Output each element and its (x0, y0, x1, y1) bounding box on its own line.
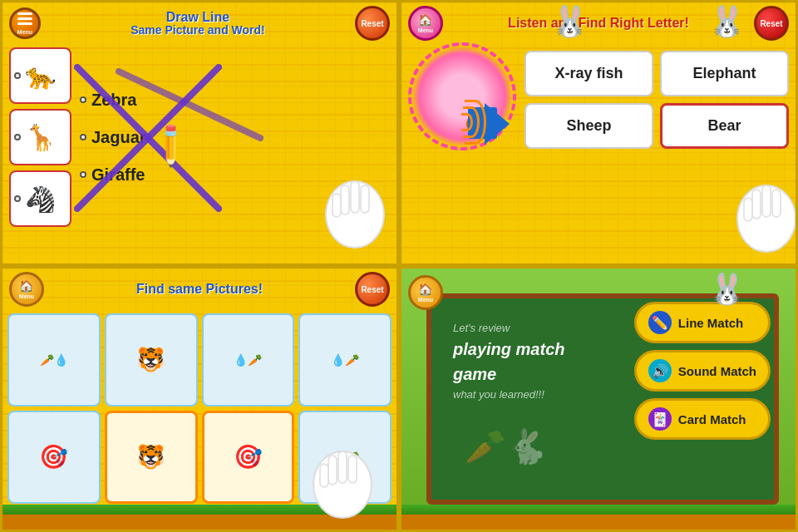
word-label-bear: Bear (707, 117, 741, 135)
dot-zebra (14, 195, 21, 202)
pic-cell-1-1[interactable]: 🐯 (105, 411, 198, 504)
fence-area-q3 (2, 505, 397, 530)
word-item-zebra[interactable]: Zebra (80, 91, 390, 110)
picture-grid: 🥕💧 🐯 💧🥕 💧🥕 🎯 (7, 313, 392, 504)
word-label-jaguar: Jaguar (91, 128, 146, 147)
word-box-elephant[interactable]: Elephant (660, 51, 789, 96)
water-carrot-icon-1: 💧🥕 (234, 353, 262, 367)
svg-rect-9 (752, 190, 761, 219)
word-grid-q2: X-ray fish Elephant Sheep Bear (525, 51, 789, 149)
review-text-2: playing match game (453, 337, 611, 387)
menu-button-q1[interactable]: Menu (9, 7, 41, 39)
word-box-sheep[interactable]: Sheep (525, 103, 653, 149)
water-carrot-icon-3: 💧🥕 (331, 451, 359, 464)
bunny-deco-q4: 🐰 (708, 272, 746, 307)
quadrant-review: 🏠 Menu 🐰 Let's review playing match game… (399, 266, 798, 532)
sound-match-label: Sound Match (678, 364, 756, 378)
chalk-buttons-container: ✏️ Line Match 🔊 Sound Match 🃏 Card Match (634, 302, 771, 440)
pic-cell-0-1[interactable]: 🐯 (105, 313, 198, 406)
pic-cell-1-3[interactable]: 💧🥕 (298, 411, 392, 504)
bunny-deco-right: 🐰 (708, 4, 746, 39)
word-dot-jaguar (80, 134, 86, 140)
menu-icon-line (17, 17, 32, 20)
menu-button-q2[interactable]: 🏠 Menu (408, 6, 443, 41)
q3-title: Find same Pictures! (49, 282, 350, 297)
word-item-jaguar[interactable]: Jaguar (80, 128, 390, 147)
quadrant-find-pictures: 🏠 Menu Find same Pictures! Reset 🥕💧 (0, 266, 399, 532)
pic-cell-1-2[interactable]: 🎯 (202, 411, 295, 504)
tiger-icon-2: 🐯 (136, 443, 165, 470)
svg-rect-11 (772, 190, 781, 217)
word-label-zebra: Zebra (91, 91, 136, 110)
target-icon-1: 🎯 (39, 443, 68, 470)
speaker-visual (468, 95, 483, 153)
word-box-bear[interactable]: Bear (660, 103, 789, 149)
word-dot-zebra (80, 96, 86, 103)
svg-point-8 (737, 185, 796, 252)
speaker-section[interactable] (408, 51, 516, 142)
fence-inner-q4 (401, 505, 796, 530)
dot-leopard (14, 72, 21, 79)
word-dot-giraffe (80, 171, 86, 178)
speaker-cone (485, 103, 510, 145)
animal-card-giraffe[interactable]: 🦒 (9, 109, 71, 165)
quadrant-listen-find: 🏠 Menu Listen and Find Right Letter! Res… (399, 0, 798, 266)
reset-button-q1[interactable]: Reset (355, 6, 390, 41)
card-icon-btn: 🃏 (648, 407, 672, 431)
reset-button-q2[interactable]: Reset (754, 6, 789, 41)
line-match-label: Line Match (678, 316, 743, 330)
q4-inner: 🏠 Menu 🐰 Let's review playing match game… (401, 268, 796, 530)
pic-cell-1-0[interactable]: 🎯 (7, 411, 101, 504)
word-label-giraffe: Giraffe (91, 165, 145, 185)
pic-cell-0-0[interactable]: 🥕💧 (7, 313, 101, 406)
speaker-play-button[interactable] (466, 115, 485, 133)
reset-label-q2: Reset (760, 19, 782, 28)
sound-match-button[interactable]: 🔊 Sound Match (634, 350, 771, 392)
pencil-icon-btn: ✏️ (648, 311, 672, 334)
tiger-icon-1: 🐯 (136, 346, 165, 373)
reset-button-q3[interactable]: Reset (355, 272, 390, 307)
pic-cell-0-3[interactable]: 💧🥕 (298, 313, 392, 406)
reset-label-q1: Reset (361, 19, 383, 28)
review-text-1: Let's review (453, 320, 611, 337)
sound-icon-btn: 🔊 (648, 359, 672, 382)
svg-rect-10 (762, 185, 771, 217)
picture-grid-container: 🥕💧 🐯 💧🥕 💧🥕 🎯 (2, 310, 397, 507)
menu-button-q4[interactable]: 🏠 Menu (408, 275, 443, 310)
pic-cell-0-2[interactable]: 💧🥕 (202, 313, 295, 406)
zebra-emoji: 🦓 (25, 185, 56, 214)
menu-label-q1: Menu (17, 29, 32, 35)
menu-label-q2: Menu (418, 27, 433, 33)
q1-title-line2: Same Picture and Word! (46, 24, 350, 37)
hand-cursor-q2 (729, 173, 798, 259)
dot-giraffe (14, 134, 21, 140)
svg-rect-12 (744, 198, 752, 221)
word-item-giraffe[interactable]: Giraffe (80, 165, 390, 185)
reset-label-q3: Reset (361, 285, 383, 294)
chalk-rabbit-drawing: 🥕🐇 (465, 427, 548, 466)
speaker-wave-3 (465, 100, 486, 145)
animal-card-zebra[interactable]: 🦓 (9, 170, 71, 227)
animal-list: 🐆 🦒 🦓 (9, 47, 71, 227)
card-match-label: Card Match (678, 412, 746, 426)
menu-button-q4-container: 🏠 Menu (408, 275, 443, 310)
review-text-3: what you learned!!! (453, 387, 611, 403)
word-box-xrayfish[interactable]: X-ray fish (525, 51, 653, 96)
menu-label-q3: Menu (19, 293, 34, 299)
giraffe-emoji: 🦒 (25, 123, 56, 152)
animal-card-leopard[interactable]: 🐆 (9, 47, 71, 104)
card-match-button[interactable]: 🃏 Card Match (634, 398, 771, 440)
menu-button-q3[interactable]: 🏠 Menu (9, 272, 44, 307)
carrot-water-icon-1: 🥕💧 (40, 353, 68, 367)
target-icon-2: 🎯 (234, 443, 263, 470)
q3-title-container: Find same Pictures! (49, 282, 350, 297)
word-label-elephant: Elephant (692, 65, 756, 82)
menu-label-q4: Menu (418, 297, 433, 303)
bunny-deco-left: 🐰 (551, 4, 589, 39)
word-list: Zebra Jaguar Giraffe (80, 47, 390, 227)
fence-inner-q3 (2, 505, 397, 530)
fence-area-q4 (401, 505, 796, 530)
line-match-button[interactable]: ✏️ Line Match (634, 302, 771, 343)
water-carrot-icon-2: 💧🥕 (331, 353, 359, 367)
speaker-flower-bg (416, 51, 508, 142)
